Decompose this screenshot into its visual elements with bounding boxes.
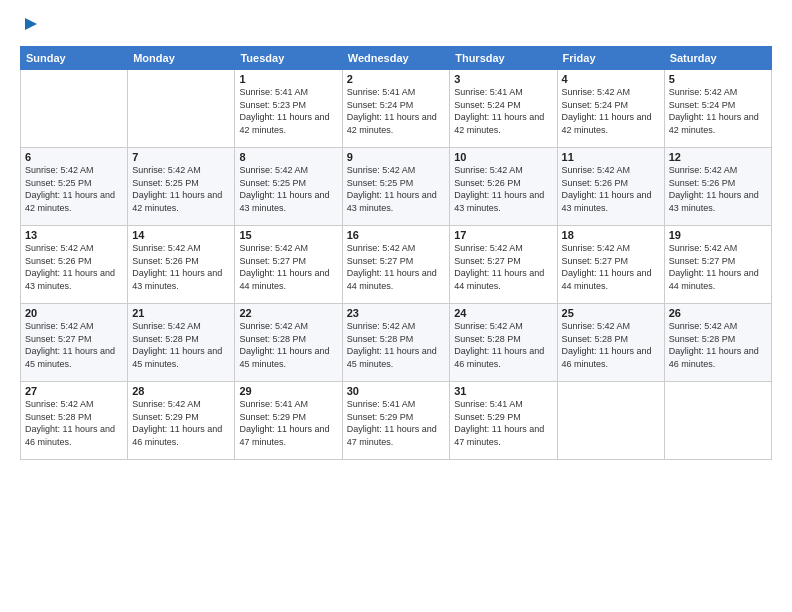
day-number: 23	[347, 307, 446, 319]
calendar-week-row: 20Sunrise: 5:42 AM Sunset: 5:27 PM Dayli…	[21, 304, 772, 382]
calendar-week-row: 1Sunrise: 5:41 AM Sunset: 5:23 PM Daylig…	[21, 70, 772, 148]
day-info: Sunrise: 5:42 AM Sunset: 5:27 PM Dayligh…	[239, 242, 337, 292]
day-number: 31	[454, 385, 552, 397]
day-header-friday: Friday	[557, 47, 664, 70]
day-info: Sunrise: 5:42 AM Sunset: 5:28 PM Dayligh…	[347, 320, 446, 370]
day-number: 6	[25, 151, 123, 163]
day-number: 4	[562, 73, 660, 85]
day-info: Sunrise: 5:42 AM Sunset: 5:26 PM Dayligh…	[132, 242, 230, 292]
day-number: 19	[669, 229, 767, 241]
day-number: 24	[454, 307, 552, 319]
day-info: Sunrise: 5:42 AM Sunset: 5:25 PM Dayligh…	[25, 164, 123, 214]
day-number: 21	[132, 307, 230, 319]
calendar-cell: 5Sunrise: 5:42 AM Sunset: 5:24 PM Daylig…	[664, 70, 771, 148]
calendar-cell: 1Sunrise: 5:41 AM Sunset: 5:23 PM Daylig…	[235, 70, 342, 148]
day-number: 29	[239, 385, 337, 397]
day-info: Sunrise: 5:42 AM Sunset: 5:27 PM Dayligh…	[669, 242, 767, 292]
day-header-thursday: Thursday	[450, 47, 557, 70]
day-info: Sunrise: 5:42 AM Sunset: 5:25 PM Dayligh…	[132, 164, 230, 214]
calendar-cell: 16Sunrise: 5:42 AM Sunset: 5:27 PM Dayli…	[342, 226, 450, 304]
calendar-header-row: SundayMondayTuesdayWednesdayThursdayFrid…	[21, 47, 772, 70]
calendar-cell: 7Sunrise: 5:42 AM Sunset: 5:25 PM Daylig…	[128, 148, 235, 226]
calendar-cell: 22Sunrise: 5:42 AM Sunset: 5:28 PM Dayli…	[235, 304, 342, 382]
day-number: 17	[454, 229, 552, 241]
calendar-cell: 29Sunrise: 5:41 AM Sunset: 5:29 PM Dayli…	[235, 382, 342, 460]
day-info: Sunrise: 5:41 AM Sunset: 5:23 PM Dayligh…	[239, 86, 337, 136]
day-number: 18	[562, 229, 660, 241]
day-info: Sunrise: 5:42 AM Sunset: 5:26 PM Dayligh…	[669, 164, 767, 214]
day-info: Sunrise: 5:41 AM Sunset: 5:29 PM Dayligh…	[239, 398, 337, 448]
day-header-monday: Monday	[128, 47, 235, 70]
day-info: Sunrise: 5:42 AM Sunset: 5:28 PM Dayligh…	[239, 320, 337, 370]
logo	[20, 18, 39, 36]
calendar-table: SundayMondayTuesdayWednesdayThursdayFrid…	[20, 46, 772, 460]
day-number: 20	[25, 307, 123, 319]
calendar-cell: 2Sunrise: 5:41 AM Sunset: 5:24 PM Daylig…	[342, 70, 450, 148]
calendar-cell: 12Sunrise: 5:42 AM Sunset: 5:26 PM Dayli…	[664, 148, 771, 226]
day-header-tuesday: Tuesday	[235, 47, 342, 70]
day-header-saturday: Saturday	[664, 47, 771, 70]
day-number: 9	[347, 151, 446, 163]
day-info: Sunrise: 5:42 AM Sunset: 5:24 PM Dayligh…	[562, 86, 660, 136]
day-number: 1	[239, 73, 337, 85]
logo-block	[20, 18, 39, 36]
day-info: Sunrise: 5:41 AM Sunset: 5:29 PM Dayligh…	[347, 398, 446, 448]
calendar-cell: 4Sunrise: 5:42 AM Sunset: 5:24 PM Daylig…	[557, 70, 664, 148]
day-info: Sunrise: 5:42 AM Sunset: 5:25 PM Dayligh…	[239, 164, 337, 214]
calendar-cell	[664, 382, 771, 460]
day-info: Sunrise: 5:42 AM Sunset: 5:29 PM Dayligh…	[132, 398, 230, 448]
calendar-cell: 31Sunrise: 5:41 AM Sunset: 5:29 PM Dayli…	[450, 382, 557, 460]
calendar-cell: 10Sunrise: 5:42 AM Sunset: 5:26 PM Dayli…	[450, 148, 557, 226]
day-number: 25	[562, 307, 660, 319]
page: SundayMondayTuesdayWednesdayThursdayFrid…	[0, 0, 792, 612]
day-info: Sunrise: 5:42 AM Sunset: 5:26 PM Dayligh…	[25, 242, 123, 292]
day-info: Sunrise: 5:42 AM Sunset: 5:27 PM Dayligh…	[562, 242, 660, 292]
calendar-cell: 14Sunrise: 5:42 AM Sunset: 5:26 PM Dayli…	[128, 226, 235, 304]
day-number: 10	[454, 151, 552, 163]
logo-top	[20, 18, 39, 36]
day-info: Sunrise: 5:41 AM Sunset: 5:24 PM Dayligh…	[347, 86, 446, 136]
logo-arrow-icon	[23, 16, 39, 36]
header	[20, 18, 772, 36]
svg-marker-0	[25, 18, 37, 30]
calendar-week-row: 13Sunrise: 5:42 AM Sunset: 5:26 PM Dayli…	[21, 226, 772, 304]
calendar-cell: 3Sunrise: 5:41 AM Sunset: 5:24 PM Daylig…	[450, 70, 557, 148]
day-number: 15	[239, 229, 337, 241]
day-info: Sunrise: 5:42 AM Sunset: 5:28 PM Dayligh…	[25, 398, 123, 448]
calendar-cell: 18Sunrise: 5:42 AM Sunset: 5:27 PM Dayli…	[557, 226, 664, 304]
day-number: 5	[669, 73, 767, 85]
day-number: 28	[132, 385, 230, 397]
day-info: Sunrise: 5:42 AM Sunset: 5:28 PM Dayligh…	[132, 320, 230, 370]
calendar-cell: 15Sunrise: 5:42 AM Sunset: 5:27 PM Dayli…	[235, 226, 342, 304]
day-number: 22	[239, 307, 337, 319]
day-info: Sunrise: 5:41 AM Sunset: 5:24 PM Dayligh…	[454, 86, 552, 136]
day-info: Sunrise: 5:42 AM Sunset: 5:26 PM Dayligh…	[562, 164, 660, 214]
day-number: 27	[25, 385, 123, 397]
calendar-cell	[21, 70, 128, 148]
day-number: 7	[132, 151, 230, 163]
day-number: 11	[562, 151, 660, 163]
day-info: Sunrise: 5:41 AM Sunset: 5:29 PM Dayligh…	[454, 398, 552, 448]
day-number: 2	[347, 73, 446, 85]
calendar-cell: 6Sunrise: 5:42 AM Sunset: 5:25 PM Daylig…	[21, 148, 128, 226]
calendar-cell: 21Sunrise: 5:42 AM Sunset: 5:28 PM Dayli…	[128, 304, 235, 382]
calendar-cell	[557, 382, 664, 460]
day-info: Sunrise: 5:42 AM Sunset: 5:28 PM Dayligh…	[562, 320, 660, 370]
day-number: 13	[25, 229, 123, 241]
day-info: Sunrise: 5:42 AM Sunset: 5:25 PM Dayligh…	[347, 164, 446, 214]
calendar-week-row: 27Sunrise: 5:42 AM Sunset: 5:28 PM Dayli…	[21, 382, 772, 460]
calendar-week-row: 6Sunrise: 5:42 AM Sunset: 5:25 PM Daylig…	[21, 148, 772, 226]
calendar-cell: 8Sunrise: 5:42 AM Sunset: 5:25 PM Daylig…	[235, 148, 342, 226]
calendar-cell: 25Sunrise: 5:42 AM Sunset: 5:28 PM Dayli…	[557, 304, 664, 382]
calendar-cell: 30Sunrise: 5:41 AM Sunset: 5:29 PM Dayli…	[342, 382, 450, 460]
day-number: 3	[454, 73, 552, 85]
day-number: 30	[347, 385, 446, 397]
day-info: Sunrise: 5:42 AM Sunset: 5:27 PM Dayligh…	[454, 242, 552, 292]
day-number: 8	[239, 151, 337, 163]
calendar-cell: 23Sunrise: 5:42 AM Sunset: 5:28 PM Dayli…	[342, 304, 450, 382]
day-info: Sunrise: 5:42 AM Sunset: 5:24 PM Dayligh…	[669, 86, 767, 136]
day-header-wednesday: Wednesday	[342, 47, 450, 70]
calendar-cell: 9Sunrise: 5:42 AM Sunset: 5:25 PM Daylig…	[342, 148, 450, 226]
day-info: Sunrise: 5:42 AM Sunset: 5:28 PM Dayligh…	[669, 320, 767, 370]
day-info: Sunrise: 5:42 AM Sunset: 5:27 PM Dayligh…	[347, 242, 446, 292]
